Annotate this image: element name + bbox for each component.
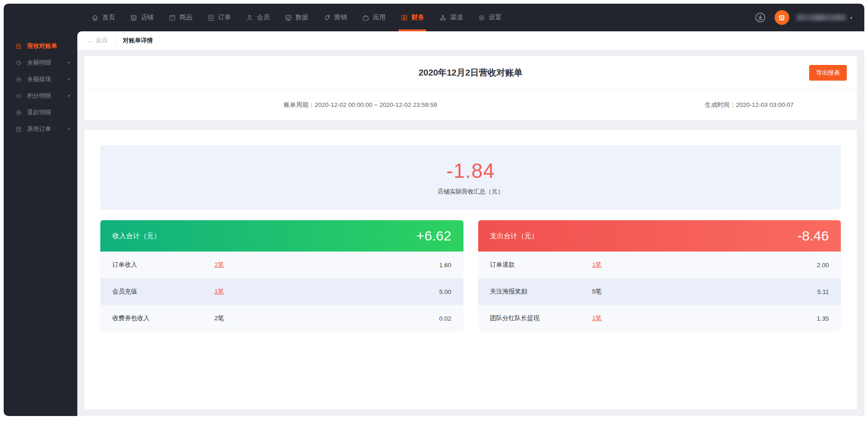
main-content: ← 返回 对账单详情 2020年12月2日营收对账单 导出报表 账单周期：202… — [77, 31, 864, 416]
bill-info-row: 账单周期：2020-12-02 00:00:00 ~ 2020-12-02 23… — [84, 90, 857, 120]
channel-icon — [439, 14, 447, 22]
income-panel-header: 收入合计（元） +6.62 — [100, 220, 463, 252]
bill-header-card: 2020年12月2日营收对账单 导出报表 账单周期：2020-12-02 00:… — [84, 56, 857, 120]
apps-icon — [362, 14, 370, 22]
expense-row: 订单退款 1笔 2.00 — [478, 252, 841, 278]
income-row-count-link[interactable]: 1笔 — [214, 287, 224, 296]
order-icon — [207, 14, 215, 22]
nav-item-label: 首页 — [102, 13, 115, 22]
bill-title-row: 2020年12月2日营收对账单 导出报表 — [84, 56, 857, 90]
revenue-summary-label: 店铺实际营收汇总（元） — [438, 188, 503, 196]
revenue-summary-value: -1.84 — [446, 159, 495, 182]
bill-generated-label: 生成时间： — [705, 101, 736, 108]
sidebar: 营收对账单 余额明细 ▾ 余额提现 ▾ 积分明细 ▾ 退款明细 — [4, 31, 77, 416]
nav-item-label: 订单 — [218, 13, 231, 22]
income-row-amount: 5.00 — [439, 288, 451, 295]
home-icon — [91, 14, 99, 22]
avatar[interactable] — [775, 10, 789, 25]
expense-row-name: 关注海报奖励 — [490, 287, 592, 296]
refund-detail-icon — [15, 109, 22, 116]
sidebar-item-label: 营收对账单 — [27, 42, 57, 50]
sidebar-item-balance-detail[interactable]: 余额明细 ▾ — [4, 54, 77, 71]
expense-row-count: 5笔 — [592, 287, 602, 296]
bill-period-value: 2020-12-02 00:00:00 ~ 2020-12-02 23:59:5… — [315, 101, 437, 108]
export-report-button[interactable]: 导出报表 — [809, 65, 847, 81]
goods-icon — [168, 14, 176, 22]
expense-rows: 订单退款 1笔 2.00 关注海报奖励 5笔 5.11 — [478, 252, 841, 332]
bill-period: 账单周期：2020-12-02 00:00:00 ~ 2020-12-02 23… — [284, 101, 437, 109]
bill-title: 2020年12月2日营收对账单 — [419, 67, 523, 79]
nav-item-label: 应用 — [373, 13, 386, 22]
bill-detail-card: -1.84 店铺实际营收汇总（元） 收入合计（元） +6.62 — [84, 129, 857, 410]
chevron-down-icon: ▾ — [68, 127, 70, 131]
settings-icon — [478, 14, 486, 22]
income-row: 收费券包收入 2笔 0.02 — [100, 305, 463, 332]
bill-icon — [15, 43, 22, 50]
income-row-name: 订单收入 — [112, 261, 214, 269]
nav-item-finance[interactable]: 财务 — [399, 4, 426, 31]
expense-row: 关注海报奖励 5笔 5.11 — [478, 278, 841, 305]
chevron-down-icon: ▾ — [68, 60, 70, 65]
topbar-right: ▾ — [753, 4, 852, 31]
nav-item-shop[interactable]: 店铺 — [128, 4, 156, 31]
app-window: 首页 店铺 商品 订单 会员 数据 — [4, 4, 864, 416]
nav-item-orders[interactable]: 订单 — [205, 4, 233, 31]
sidebar-item-label: 余额明细 — [27, 59, 51, 67]
nav-item-channel[interactable]: 渠道 — [437, 4, 465, 31]
income-row-amount: 1.60 — [439, 262, 451, 269]
chevron-down-icon: ▾ — [850, 15, 852, 20]
nav-item-label: 数据 — [295, 13, 308, 22]
data-icon — [284, 14, 292, 22]
income-row-count-link[interactable]: 2笔 — [214, 261, 224, 269]
main-nav: 首页 店铺 商品 订单 会员 数据 — [89, 4, 503, 31]
user-name-blurred — [797, 14, 846, 21]
nav-item-label: 渠道 — [450, 13, 463, 22]
sidebar-item-balance-withdraw[interactable]: 余额提现 ▾ — [4, 71, 77, 88]
sidebar-item-system-orders[interactable]: 系统订单 ▾ — [4, 121, 77, 137]
nav-item-label: 财务 — [411, 13, 424, 22]
nav-item-members[interactable]: 会员 — [244, 4, 272, 31]
expense-total: -8.46 — [798, 228, 829, 244]
chevron-down-icon: ▾ — [68, 77, 70, 82]
breadcrumb-divider — [115, 37, 116, 44]
expense-row-amount: 5.11 — [817, 288, 829, 295]
expense-row-name: 订单退款 — [490, 261, 592, 269]
expense-row-count-link[interactable]: 1笔 — [592, 314, 602, 322]
nav-item-settings[interactable]: 设置 — [476, 4, 503, 31]
page-title: 对账单详情 — [123, 36, 153, 45]
top-nav-bar: 首页 店铺 商品 订单 会员 数据 — [4, 4, 864, 31]
chevron-down-icon: ▾ — [68, 94, 70, 98]
finance-icon — [400, 14, 408, 22]
nav-item-data[interactable]: 数据 — [283, 4, 310, 31]
user-menu[interactable]: ▾ — [797, 14, 852, 21]
nav-item-marketing[interactable]: 营销 — [321, 4, 349, 31]
income-panel: 收入合计（元） +6.62 订单收入 2笔 1.60 会员充值 — [100, 220, 463, 332]
shop-icon — [130, 14, 138, 22]
income-row-name: 收费券包收入 — [112, 314, 214, 322]
breadcrumb: ← 返回 对账单详情 — [77, 31, 864, 50]
income-row-name: 会员充值 — [112, 287, 214, 296]
nav-item-goods[interactable]: 商品 — [167, 4, 194, 31]
sidebar-item-revenue-bill[interactable]: 营收对账单 — [4, 38, 77, 54]
nav-item-apps[interactable]: 应用 — [360, 4, 388, 31]
nav-item-label: 营销 — [334, 13, 347, 22]
download-button[interactable] — [753, 11, 767, 24]
income-header-label: 收入合计（元） — [112, 232, 161, 240]
sidebar-item-refund-detail[interactable]: 退款明细 — [4, 104, 77, 121]
sidebar-item-points-detail[interactable]: 积分明细 ▾ — [4, 88, 77, 104]
marketing-icon — [323, 14, 331, 22]
expense-row-amount: 2.00 — [817, 262, 829, 269]
member-icon — [246, 14, 254, 22]
income-row-amount: 0.02 — [439, 315, 451, 322]
expense-panel: 支出合计（元） -8.46 订单退款 1笔 2.00 关注海报 — [478, 220, 841, 332]
back-button[interactable]: ← 返回 — [87, 36, 108, 45]
sidebar-item-label: 系统订单 — [27, 125, 51, 133]
expense-header-label: 支出合计（元） — [490, 232, 538, 240]
nav-item-label: 店铺 — [141, 13, 154, 22]
nav-item-label: 商品 — [179, 13, 192, 22]
balance-withdraw-icon — [15, 76, 22, 83]
expense-row-count-link[interactable]: 1笔 — [592, 261, 602, 269]
back-label: 返回 — [96, 36, 108, 45]
expense-row-name: 团队分红队长提现 — [490, 314, 592, 322]
nav-item-home[interactable]: 首页 — [89, 4, 117, 31]
